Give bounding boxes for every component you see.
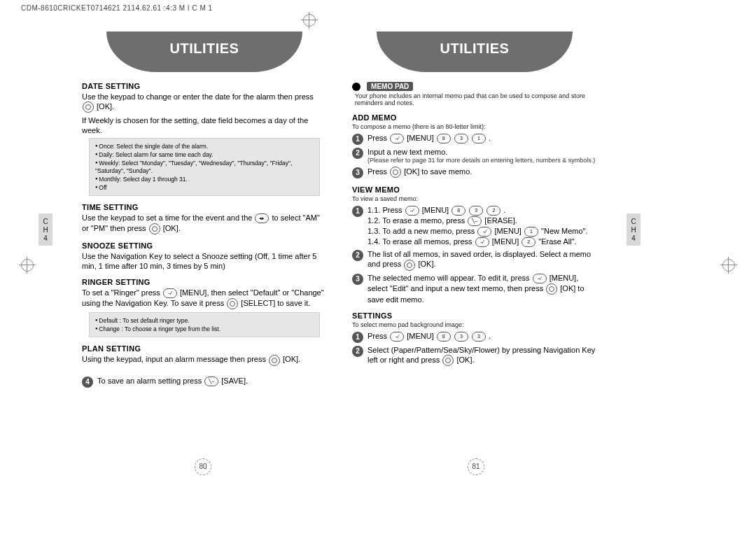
step-number-icon: 4 — [82, 377, 93, 388]
keypad-key-icon: 3 — [472, 332, 486, 342]
print-header: CDM-8610CRICKET0714621 2114.62.61 :4:3 M… — [21, 4, 735, 12]
step-number-icon: 2 — [352, 346, 363, 357]
step-number-icon: 1 — [352, 332, 363, 343]
section-heading: PLAN SETTING — [82, 344, 327, 353]
soft-key-icon: ╲– — [204, 377, 218, 386]
body-text: To set a "Ringer" press –⁄ [MENU], then … — [82, 288, 327, 309]
keypad-key-icon: 2 — [522, 237, 536, 247]
ok-key-icon — [227, 298, 238, 309]
registration-mark-icon — [21, 259, 34, 272]
keypad-key-icon: 8 — [437, 332, 451, 342]
body-text: Your phone includes an internal memo pad… — [355, 92, 597, 106]
feature-heading: MEMO PAD — [352, 82, 597, 91]
section-heading: DATE SETTING — [82, 82, 327, 90]
body-text: To compose a memo (there is an 80-letter… — [352, 123, 597, 130]
chapter-tab: C H 4 — [38, 213, 52, 246]
section-heading: SETTINGS — [352, 311, 597, 320]
body-text: Use the Navigation Key to select a Snooz… — [82, 251, 327, 271]
bullet-icon — [352, 83, 360, 91]
step-number-icon: 1 — [352, 134, 363, 145]
body-text: If Weekly is chosen for the setting, dat… — [82, 115, 327, 135]
step-number-icon: 2 — [352, 148, 363, 159]
step-number-icon: 2 — [352, 250, 363, 261]
registration-mark-icon — [722, 259, 735, 272]
numbered-step: 3 Press [OK] to save memo. — [352, 167, 597, 178]
keypad-key-icon: 3 — [454, 134, 468, 143]
numbered-step: 3 The selected memo will appear. To edit… — [352, 273, 597, 304]
numbered-step: 1 Press –⁄ [MENU] 8 3 3 . — [352, 331, 597, 343]
keypad-key-icon: 8 — [437, 134, 451, 143]
nav-key-icon: ◂▸ — [255, 213, 269, 223]
section-heading: VIEW MEMO — [352, 185, 597, 194]
step-number-icon: 3 — [352, 167, 363, 178]
soft-key-icon: –⁄ — [390, 134, 404, 143]
ok-key-icon — [269, 355, 280, 366]
soft-key-icon: –⁄ — [405, 206, 419, 216]
ok-key-icon — [546, 283, 557, 295]
step-number-icon: 3 — [352, 274, 363, 285]
numbered-step: 2 The list of all memos, in saved order,… — [352, 249, 597, 270]
page-title: UTILITIES — [377, 31, 573, 72]
soft-key-icon: –⁄ — [163, 288, 177, 298]
ok-key-icon — [404, 260, 415, 271]
body-text: Use the keypad to set a time for the eve… — [82, 213, 327, 234]
ok-key-icon — [149, 223, 160, 234]
numbered-step: 2 Select (Paper/Pattern/Sea/Sky/Flower) … — [352, 345, 597, 366]
page-left: C H 4 UTILITIES DATE SETTING Use the key… — [66, 31, 340, 479]
numbered-step: 4 To save an alarm setting press ╲– [SAV… — [82, 376, 327, 388]
body-text: To view a saved memo: — [352, 195, 597, 202]
page-number: 80 — [195, 458, 211, 475]
registration-mark-icon — [303, 14, 316, 27]
step-number-icon: 1 — [352, 206, 363, 217]
keypad-key-icon: 1 — [472, 134, 486, 143]
section-heading: SNOOZE SETTING — [82, 241, 327, 250]
chapter-tab: C H 4 — [626, 213, 640, 246]
soft-key-icon: –⁄ — [477, 227, 491, 237]
soft-key-icon: –⁄ — [475, 237, 489, 247]
note-box: Once: Select the single date of the alar… — [89, 138, 320, 196]
page-spread: C H 4 UTILITIES DATE SETTING Use the key… — [66, 31, 612, 479]
ok-key-icon — [390, 167, 401, 178]
soft-key-icon: –⁄ — [390, 332, 404, 342]
section-heading: TIME SETTING — [82, 203, 327, 211]
ok-key-icon — [83, 101, 94, 113]
page-number: 81 — [468, 458, 484, 475]
soft-key-icon: –⁄ — [533, 274, 547, 283]
body-text: Use the keypad to change or enter the da… — [82, 92, 327, 113]
body-text: Using the keypad, input an alarm message… — [82, 354, 327, 365]
numbered-step: 1 Press –⁄ [MENU] 8 3 1 . — [352, 133, 597, 145]
keypad-key-icon: 2 — [486, 206, 500, 216]
keypad-key-icon: 8 — [451, 206, 465, 216]
keypad-key-icon: 1 — [524, 227, 538, 237]
note-box: Default : To set default ringer type. Ch… — [89, 312, 320, 337]
page-right: C H 4 UTILITIES MEMO PAD Your phone incl… — [340, 31, 612, 479]
pill-label: MEMO PAD — [367, 82, 413, 91]
ok-key-icon — [442, 355, 454, 366]
section-heading: ADD MEMO — [352, 113, 597, 122]
section-heading: RINGER SETTING — [82, 278, 327, 286]
numbered-step: 1 1.1. Press –⁄ [MENU] 8 3 2 . 1.2. To e… — [352, 205, 597, 247]
body-text: To select memo pad background image: — [352, 321, 597, 328]
keypad-key-icon: 3 — [454, 332, 468, 342]
soft-key-icon: ╲– — [468, 216, 482, 226]
keypad-key-icon: 3 — [469, 206, 483, 216]
numbered-step: 2 Input a new text memo. (Please refer t… — [352, 147, 597, 164]
page-title: UTILITIES — [106, 31, 302, 72]
